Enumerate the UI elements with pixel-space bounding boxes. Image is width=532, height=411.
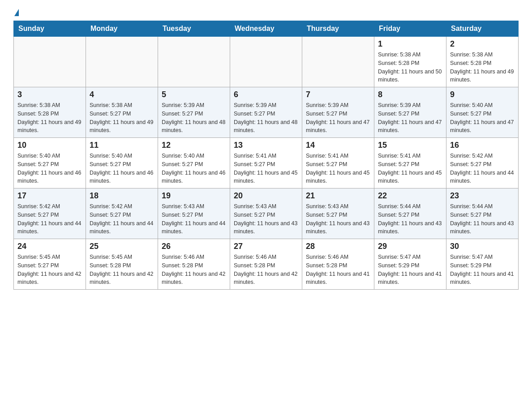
day-info: Sunrise: 5:44 AMSunset: 5:27 PMDaylight:… bbox=[450, 202, 515, 236]
calendar-cell bbox=[230, 37, 302, 87]
calendar-week-row: 17Sunrise: 5:42 AMSunset: 5:27 PMDayligh… bbox=[14, 188, 519, 239]
calendar-cell: 20Sunrise: 5:43 AMSunset: 5:27 PMDayligh… bbox=[230, 188, 302, 239]
calendar-cell: 21Sunrise: 5:43 AMSunset: 5:27 PMDayligh… bbox=[302, 188, 374, 239]
calendar-cell: 17Sunrise: 5:42 AMSunset: 5:27 PMDayligh… bbox=[14, 188, 86, 239]
calendar-cell: 24Sunrise: 5:45 AMSunset: 5:27 PMDayligh… bbox=[14, 239, 86, 290]
day-info: Sunrise: 5:43 AMSunset: 5:27 PMDaylight:… bbox=[306, 202, 370, 236]
day-info: Sunrise: 5:38 AMSunset: 5:28 PMDaylight:… bbox=[378, 51, 442, 84]
calendar-cell bbox=[14, 37, 86, 87]
calendar-cell bbox=[86, 37, 158, 87]
day-number: 8 bbox=[378, 90, 442, 99]
calendar-cell: 2Sunrise: 5:38 AMSunset: 5:28 PMDaylight… bbox=[446, 37, 519, 87]
day-number: 16 bbox=[450, 141, 515, 150]
day-info: Sunrise: 5:47 AMSunset: 5:29 PMDaylight:… bbox=[450, 253, 515, 287]
calendar-cell: 1Sunrise: 5:38 AMSunset: 5:28 PMDaylight… bbox=[374, 37, 446, 87]
day-number: 3 bbox=[17, 90, 82, 99]
day-number: 15 bbox=[378, 141, 442, 150]
day-number: 7 bbox=[306, 90, 370, 99]
day-number: 9 bbox=[450, 90, 515, 99]
calendar-cell: 10Sunrise: 5:40 AMSunset: 5:27 PMDayligh… bbox=[14, 138, 86, 188]
day-number: 2 bbox=[450, 39, 515, 49]
day-info: Sunrise: 5:46 AMSunset: 5:28 PMDaylight:… bbox=[234, 253, 298, 287]
logo-triangle-icon bbox=[14, 9, 19, 16]
day-info: Sunrise: 5:42 AMSunset: 5:27 PMDaylight:… bbox=[17, 202, 82, 236]
day-number: 5 bbox=[162, 90, 226, 99]
day-info: Sunrise: 5:40 AMSunset: 5:27 PMDaylight:… bbox=[17, 152, 82, 185]
day-number: 21 bbox=[306, 191, 370, 201]
calendar-cell: 29Sunrise: 5:47 AMSunset: 5:29 PMDayligh… bbox=[374, 239, 446, 290]
day-info: Sunrise: 5:40 AMSunset: 5:27 PMDaylight:… bbox=[90, 152, 154, 185]
calendar-header-row: SundayMondayTuesdayWednesdayThursdayFrid… bbox=[14, 21, 519, 37]
calendar-cell: 4Sunrise: 5:38 AMSunset: 5:27 PMDaylight… bbox=[86, 87, 158, 138]
day-number: 30 bbox=[450, 242, 515, 251]
day-info: Sunrise: 5:45 AMSunset: 5:28 PMDaylight:… bbox=[90, 253, 154, 287]
day-number: 28 bbox=[306, 242, 370, 251]
calendar-week-row: 1Sunrise: 5:38 AMSunset: 5:28 PMDaylight… bbox=[14, 37, 519, 87]
calendar-cell: 30Sunrise: 5:47 AMSunset: 5:29 PMDayligh… bbox=[446, 239, 519, 290]
day-number: 18 bbox=[90, 191, 154, 201]
day-info: Sunrise: 5:47 AMSunset: 5:29 PMDaylight:… bbox=[378, 253, 442, 287]
calendar-cell: 5Sunrise: 5:39 AMSunset: 5:27 PMDaylight… bbox=[158, 87, 230, 138]
page-header bbox=[13, 9, 519, 16]
day-info: Sunrise: 5:39 AMSunset: 5:27 PMDaylight:… bbox=[234, 101, 298, 135]
calendar-week-row: 3Sunrise: 5:38 AMSunset: 5:28 PMDaylight… bbox=[14, 87, 519, 138]
day-info: Sunrise: 5:45 AMSunset: 5:27 PMDaylight:… bbox=[17, 253, 82, 287]
day-number: 4 bbox=[90, 90, 154, 99]
calendar-cell: 14Sunrise: 5:41 AMSunset: 5:27 PMDayligh… bbox=[302, 138, 374, 188]
logo bbox=[13, 9, 19, 16]
calendar-header-thursday: Thursday bbox=[302, 21, 374, 37]
day-number: 20 bbox=[234, 191, 298, 201]
day-number: 27 bbox=[234, 242, 298, 251]
calendar-header-friday: Friday bbox=[374, 21, 446, 37]
calendar-cell: 6Sunrise: 5:39 AMSunset: 5:27 PMDaylight… bbox=[230, 87, 302, 138]
calendar-cell: 8Sunrise: 5:39 AMSunset: 5:27 PMDaylight… bbox=[374, 87, 446, 138]
day-number: 29 bbox=[378, 242, 442, 251]
calendar-cell: 11Sunrise: 5:40 AMSunset: 5:27 PMDayligh… bbox=[86, 138, 158, 188]
calendar-cell: 19Sunrise: 5:43 AMSunset: 5:27 PMDayligh… bbox=[158, 188, 230, 239]
calendar-cell: 3Sunrise: 5:38 AMSunset: 5:28 PMDaylight… bbox=[14, 87, 86, 138]
calendar-header-monday: Monday bbox=[86, 21, 158, 37]
day-number: 17 bbox=[17, 191, 82, 201]
day-info: Sunrise: 5:42 AMSunset: 5:27 PMDaylight:… bbox=[450, 152, 515, 185]
day-number: 1 bbox=[378, 39, 442, 49]
day-info: Sunrise: 5:41 AMSunset: 5:27 PMDaylight:… bbox=[306, 152, 370, 185]
calendar-cell: 18Sunrise: 5:42 AMSunset: 5:27 PMDayligh… bbox=[86, 188, 158, 239]
day-info: Sunrise: 5:43 AMSunset: 5:27 PMDaylight:… bbox=[234, 202, 298, 236]
calendar-cell: 27Sunrise: 5:46 AMSunset: 5:28 PMDayligh… bbox=[230, 239, 302, 290]
day-number: 25 bbox=[90, 242, 154, 251]
day-info: Sunrise: 5:40 AMSunset: 5:27 PMDaylight:… bbox=[162, 152, 226, 185]
day-number: 22 bbox=[378, 191, 442, 201]
day-number: 23 bbox=[450, 191, 515, 201]
calendar-week-row: 10Sunrise: 5:40 AMSunset: 5:27 PMDayligh… bbox=[14, 138, 519, 188]
calendar-cell: 16Sunrise: 5:42 AMSunset: 5:27 PMDayligh… bbox=[446, 138, 519, 188]
calendar-header-wednesday: Wednesday bbox=[230, 21, 302, 37]
day-info: Sunrise: 5:38 AMSunset: 5:28 PMDaylight:… bbox=[450, 51, 515, 84]
day-info: Sunrise: 5:39 AMSunset: 5:27 PMDaylight:… bbox=[378, 101, 442, 135]
calendar-cell: 26Sunrise: 5:46 AMSunset: 5:28 PMDayligh… bbox=[158, 239, 230, 290]
day-info: Sunrise: 5:39 AMSunset: 5:27 PMDaylight:… bbox=[162, 101, 226, 135]
day-info: Sunrise: 5:42 AMSunset: 5:27 PMDaylight:… bbox=[90, 202, 154, 236]
day-number: 13 bbox=[234, 141, 298, 150]
calendar-table: SundayMondayTuesdayWednesdayThursdayFrid… bbox=[13, 21, 519, 290]
day-info: Sunrise: 5:46 AMSunset: 5:28 PMDaylight:… bbox=[162, 253, 226, 287]
day-number: 26 bbox=[162, 242, 226, 251]
calendar-cell: 13Sunrise: 5:41 AMSunset: 5:27 PMDayligh… bbox=[230, 138, 302, 188]
calendar-header-saturday: Saturday bbox=[446, 21, 519, 37]
calendar-header-sunday: Sunday bbox=[14, 21, 86, 37]
day-info: Sunrise: 5:40 AMSunset: 5:27 PMDaylight:… bbox=[450, 101, 515, 135]
day-info: Sunrise: 5:43 AMSunset: 5:27 PMDaylight:… bbox=[162, 202, 226, 236]
day-number: 10 bbox=[17, 141, 82, 150]
calendar-cell: 25Sunrise: 5:45 AMSunset: 5:28 PMDayligh… bbox=[86, 239, 158, 290]
calendar-cell: 28Sunrise: 5:46 AMSunset: 5:28 PMDayligh… bbox=[302, 239, 374, 290]
day-info: Sunrise: 5:46 AMSunset: 5:28 PMDaylight:… bbox=[306, 253, 370, 287]
day-info: Sunrise: 5:39 AMSunset: 5:27 PMDaylight:… bbox=[306, 101, 370, 135]
day-number: 12 bbox=[162, 141, 226, 150]
day-info: Sunrise: 5:38 AMSunset: 5:28 PMDaylight:… bbox=[17, 101, 82, 135]
day-info: Sunrise: 5:38 AMSunset: 5:27 PMDaylight:… bbox=[90, 101, 154, 135]
calendar-header-tuesday: Tuesday bbox=[158, 21, 230, 37]
calendar-cell bbox=[158, 37, 230, 87]
calendar-cell: 23Sunrise: 5:44 AMSunset: 5:27 PMDayligh… bbox=[446, 188, 519, 239]
day-number: 6 bbox=[234, 90, 298, 99]
day-number: 24 bbox=[17, 242, 82, 251]
calendar-cell: 7Sunrise: 5:39 AMSunset: 5:27 PMDaylight… bbox=[302, 87, 374, 138]
